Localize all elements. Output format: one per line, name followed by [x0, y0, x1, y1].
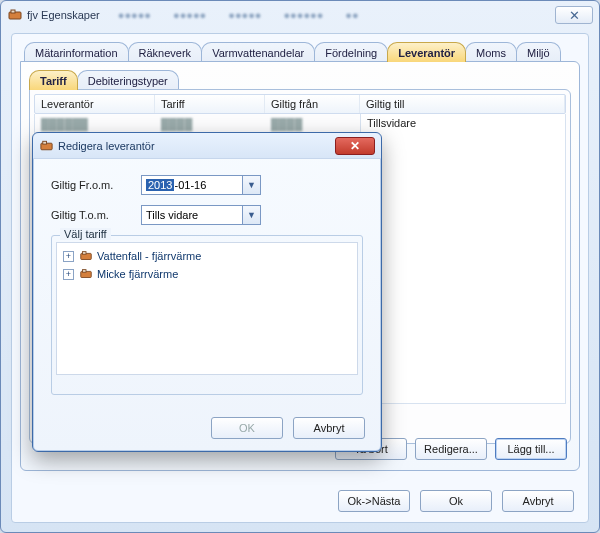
- svg-rect-3: [43, 141, 47, 144]
- tab-miljo[interactable]: Miljö: [516, 42, 561, 62]
- dialog-close-button[interactable]: ✕: [335, 137, 375, 155]
- supplier-icon: [78, 249, 93, 263]
- tab-leverantor[interactable]: Leverantör: [387, 42, 466, 62]
- titlebar-blurred-tools: ●●●●● ●●●●● ●●●●● ●●●●●● ●●: [100, 9, 555, 21]
- cell-giltig-till: Tillsvidare: [360, 114, 565, 403]
- window-title: fjv Egenskaper: [27, 9, 100, 21]
- cancel-button[interactable]: Avbryt: [502, 490, 574, 512]
- tree-item-label: Vattenfall - fjärrvärme: [97, 250, 201, 262]
- tab-rakneverk[interactable]: Räkneverk: [128, 42, 203, 62]
- from-date-rest: -01-16: [174, 179, 206, 191]
- expand-icon[interactable]: +: [63, 269, 74, 280]
- dialog-cancel-button[interactable]: Avbryt: [293, 417, 365, 439]
- tab-moms[interactable]: Moms: [465, 42, 517, 62]
- table-header: Leverantör Tariff Giltig från Giltig til…: [34, 94, 566, 114]
- supplier-icon: [78, 267, 93, 281]
- window-close-button[interactable]: ✕: [555, 6, 593, 24]
- tab-fordelning[interactable]: Fördelning: [314, 42, 388, 62]
- tab-debiteringstyper[interactable]: Debiteringstyper: [77, 70, 179, 90]
- tree-item[interactable]: + Vattenfall - fjärrvärme: [63, 247, 351, 265]
- choose-tariff-group: Välj tariff + Vattenfall - fjärrvärme + …: [51, 235, 363, 395]
- chevron-down-icon[interactable]: ▼: [242, 176, 260, 194]
- dialog-buttons: OK Avbryt: [211, 417, 365, 439]
- app-icon: [7, 7, 23, 23]
- from-date-selected-year: 2013: [146, 179, 174, 191]
- dialog-body: Giltig Fr.o.m. 2013-01-16 ▼ Giltig T.o.m…: [33, 159, 381, 451]
- svg-rect-1: [11, 10, 15, 13]
- tree-item[interactable]: + Micke fjärrvärme: [63, 265, 351, 283]
- chevron-down-icon[interactable]: ▼: [242, 206, 260, 224]
- to-date-value: Tills vidare: [146, 209, 198, 221]
- group-legend: Välj tariff: [60, 228, 111, 240]
- close-icon: ✕: [569, 8, 580, 23]
- dialog-title: Redigera leverantör: [58, 140, 155, 152]
- dialog-ok-button[interactable]: OK: [211, 417, 283, 439]
- dialog-icon: [39, 138, 54, 154]
- main-tabs: Mätarinformation Räkneverk Varmvattenand…: [20, 42, 580, 62]
- ok-next-button[interactable]: Ok->Nästa: [338, 490, 410, 512]
- svg-rect-7: [82, 270, 86, 273]
- ok-button[interactable]: Ok: [420, 490, 492, 512]
- tariff-tree[interactable]: + Vattenfall - fjärrvärme + Micke fjärrv…: [56, 242, 358, 375]
- add-button[interactable]: Lägg till...: [495, 438, 567, 460]
- expand-icon[interactable]: +: [63, 251, 74, 262]
- tab-matarinformation[interactable]: Mätarinformation: [24, 42, 129, 62]
- tree-item-label: Micke fjärrvärme: [97, 268, 178, 280]
- th-giltig-fran[interactable]: Giltig från: [265, 95, 360, 113]
- to-date-input[interactable]: Tills vidare ▼: [141, 205, 261, 225]
- footer-buttons: Ok->Nästa Ok Avbryt: [338, 490, 574, 512]
- th-leverantor[interactable]: Leverantör: [35, 95, 155, 113]
- from-date-label: Giltig Fr.o.m.: [51, 179, 131, 191]
- from-date-input[interactable]: 2013-01-16 ▼: [141, 175, 261, 195]
- to-date-label: Giltig T.o.m.: [51, 209, 131, 221]
- close-icon: ✕: [350, 139, 360, 153]
- edit-supplier-dialog: Redigera leverantör ✕ Giltig Fr.o.m. 201…: [32, 132, 382, 452]
- svg-rect-5: [82, 252, 86, 255]
- th-giltig-till[interactable]: Giltig till: [360, 95, 565, 113]
- titlebar[interactable]: fjv Egenskaper ●●●●● ●●●●● ●●●●● ●●●●●● …: [1, 1, 599, 29]
- edit-button[interactable]: Redigera...: [415, 438, 487, 460]
- tab-varmvattenandelar[interactable]: Varmvattenandelar: [201, 42, 315, 62]
- sub-tabs: Tariff Debiteringstyper: [29, 70, 571, 90]
- tab-tariff[interactable]: Tariff: [29, 70, 78, 90]
- dialog-titlebar[interactable]: Redigera leverantör ✕: [33, 133, 381, 159]
- th-tariff[interactable]: Tariff: [155, 95, 265, 113]
